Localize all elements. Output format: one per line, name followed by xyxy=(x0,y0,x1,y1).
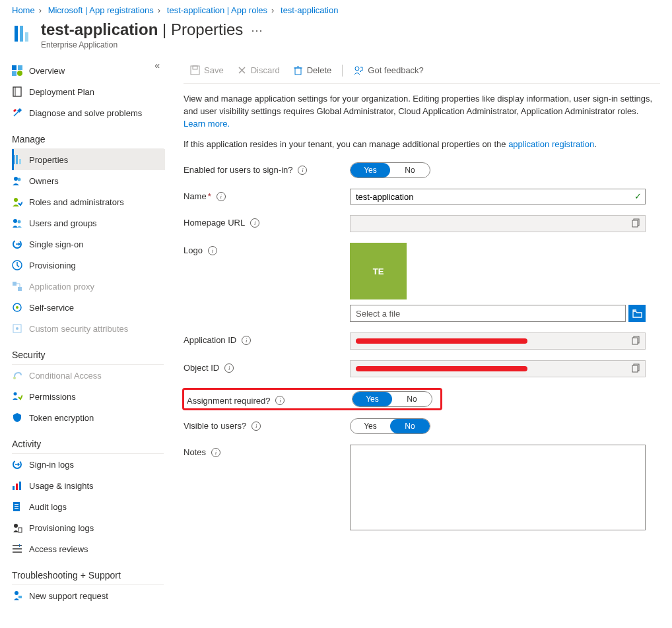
page-subtitle: Enterprise Application xyxy=(41,40,243,49)
overview-icon xyxy=(12,65,22,76)
copy-icon[interactable] xyxy=(632,336,641,347)
toolbar-separator xyxy=(342,65,343,77)
nav-deployment[interactable]: Deployment Plan xyxy=(12,81,165,102)
crumb-app[interactable]: test-application xyxy=(281,5,338,15)
support-icon xyxy=(12,590,22,601)
nav-token-encryption[interactable]: Token encryption xyxy=(12,407,165,428)
svg-rect-20 xyxy=(18,287,22,291)
toggle-no[interactable]: No xyxy=(392,392,432,406)
info-icon[interactable]: i xyxy=(252,422,261,431)
nav-group-manage: Manage xyxy=(12,127,164,149)
nav-label: Sign-in logs xyxy=(29,460,74,470)
provlogs-icon xyxy=(12,522,22,533)
nav-label: Token encryption xyxy=(29,413,94,423)
svg-point-15 xyxy=(13,219,17,223)
nav-usage[interactable]: Usage & insights xyxy=(12,475,165,496)
nav-diagnose[interactable]: Diagnose and solve problems xyxy=(12,102,165,123)
input-name[interactable] xyxy=(350,189,646,204)
info-icon[interactable]: i xyxy=(275,396,285,405)
app-registration-link[interactable]: application registration xyxy=(508,139,594,149)
nav-users-groups[interactable]: Users and groups xyxy=(12,212,165,234)
toggle-assignment[interactable]: Yes No xyxy=(352,391,432,407)
browse-button[interactable] xyxy=(628,305,646,322)
info-icon[interactable]: i xyxy=(211,448,220,457)
toggle-yes[interactable]: Yes xyxy=(351,419,390,433)
proxy-icon xyxy=(12,281,22,292)
delete-button[interactable]: Delete xyxy=(286,57,339,83)
owners-icon xyxy=(12,175,22,186)
more-icon[interactable]: ⋯ xyxy=(251,23,263,38)
file-input[interactable]: Select a file xyxy=(350,305,626,322)
highlighted-row: Assignment required?i Yes No xyxy=(182,388,442,410)
label-enabled: Enabled for users to sign-in?i xyxy=(184,162,350,175)
nav-label: Access reviews xyxy=(29,544,88,554)
info-icon[interactable]: i xyxy=(250,218,259,228)
info-icon[interactable]: i xyxy=(224,363,234,373)
toggle-visible[interactable]: Yes No xyxy=(350,418,430,434)
nav-support[interactable]: New support request xyxy=(12,585,165,606)
crumb-approles[interactable]: test-application | App roles xyxy=(167,5,267,15)
nav-label: Self-service xyxy=(29,303,74,313)
field-objid xyxy=(350,360,646,377)
svg-point-13 xyxy=(18,178,21,181)
discard-button: Discard xyxy=(230,57,286,83)
sso-icon xyxy=(12,239,22,249)
nav-provisioning[interactable]: Provisioning xyxy=(12,255,165,276)
feedback-button[interactable]: Got feedback? xyxy=(347,57,430,83)
page-title: test-application | Properties xyxy=(41,20,243,39)
nav-label: Provisioning xyxy=(29,261,76,270)
audit-icon xyxy=(12,501,22,512)
field-appid xyxy=(350,332,646,350)
nav-access-reviews[interactable]: Access reviews xyxy=(12,538,165,559)
toggle-enabled[interactable]: Yes No xyxy=(350,162,430,178)
info-icon[interactable]: i xyxy=(298,166,307,175)
nav-sso[interactable]: Single sign-on xyxy=(12,234,165,255)
folder-icon xyxy=(632,309,642,319)
toggle-no[interactable]: No xyxy=(390,419,430,433)
toggle-yes[interactable]: Yes xyxy=(353,392,392,406)
svg-point-25 xyxy=(13,377,16,379)
collapse-sidebar-icon[interactable]: « xyxy=(149,57,165,73)
nav-self-service[interactable]: Self-service xyxy=(12,297,165,318)
copy-icon[interactable] xyxy=(632,363,641,375)
book-icon xyxy=(12,86,22,97)
textarea-notes[interactable] xyxy=(350,445,646,530)
svg-rect-51 xyxy=(632,338,638,344)
svg-point-22 xyxy=(16,306,18,309)
label-notes: Notesi xyxy=(184,445,350,457)
intro-text-1: View and manage application settings for… xyxy=(184,93,660,131)
svg-rect-10 xyxy=(16,155,18,164)
info-icon[interactable]: i xyxy=(217,192,226,201)
svg-rect-49 xyxy=(632,220,638,227)
learn-more-link[interactable]: Learn more. xyxy=(184,119,230,129)
svg-rect-41 xyxy=(18,596,22,598)
nav-owners[interactable]: Owners xyxy=(12,170,165,191)
copy-icon[interactable] xyxy=(632,218,641,230)
nav-roles[interactable]: Roles and administrators xyxy=(12,191,165,212)
nav-custom-attrs: Custom security attributes xyxy=(12,318,165,339)
nav-permissions[interactable]: Permissions xyxy=(12,386,165,407)
toggle-yes[interactable]: Yes xyxy=(351,163,390,177)
field-homepage xyxy=(350,215,646,232)
nav-signin-logs[interactable]: Sign-in logs xyxy=(12,454,165,475)
svg-rect-42 xyxy=(191,66,199,75)
svg-rect-28 xyxy=(13,486,15,490)
nav-audit-logs[interactable]: Audit logs xyxy=(12,496,165,517)
nav-label: Application proxy xyxy=(29,282,94,292)
info-icon[interactable]: i xyxy=(208,246,217,255)
label-name: Name*i xyxy=(184,189,350,201)
provisioning-icon xyxy=(12,260,22,270)
info-icon[interactable]: i xyxy=(242,336,251,345)
nav-group-security: Security xyxy=(12,343,164,365)
toggle-no[interactable]: No xyxy=(390,163,430,177)
nav-properties[interactable]: Properties xyxy=(12,149,165,170)
shield-icon xyxy=(12,412,22,423)
nav-label: Custom security attributes xyxy=(29,324,128,334)
label-assignment: Assignment required?i xyxy=(184,393,352,406)
nav-provisioning-logs[interactable]: Provisioning logs xyxy=(12,517,165,538)
crumb-appreg[interactable]: Microsoft | App registrations xyxy=(48,5,154,15)
svg-rect-4 xyxy=(18,65,22,70)
toolbar: Save Discard Delete Got feedback? xyxy=(184,57,660,84)
crumb-home[interactable]: Home xyxy=(12,5,35,15)
nav-overview[interactable]: Overview xyxy=(12,60,165,81)
